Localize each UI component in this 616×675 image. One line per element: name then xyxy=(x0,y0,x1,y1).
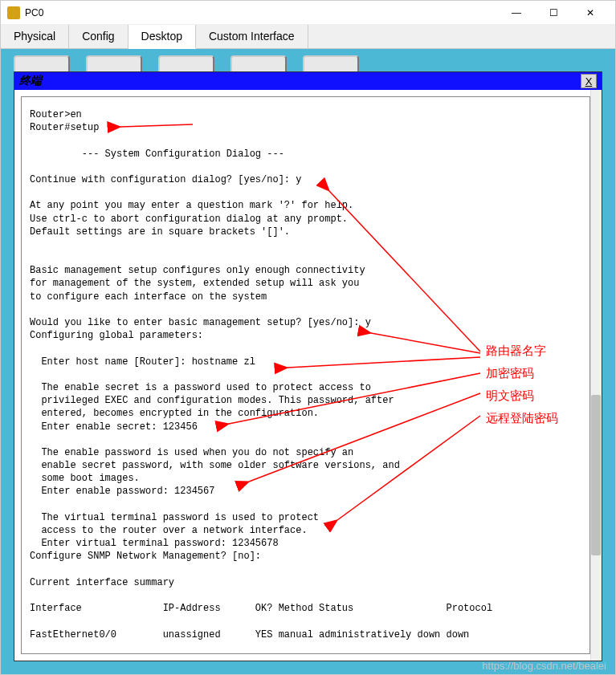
desktop-app-icon[interactable] xyxy=(230,55,287,71)
tab-config[interactable]: Config xyxy=(69,25,128,48)
scrollbar-track[interactable] xyxy=(590,90,602,661)
terminal-close-button[interactable]: X xyxy=(581,74,597,88)
minimize-button[interactable]: — xyxy=(498,1,535,25)
desktop-icons-row xyxy=(6,54,610,71)
scrollbar-thumb[interactable] xyxy=(591,395,601,555)
tab-custom-interface[interactable]: Custom Interface xyxy=(196,25,308,48)
terminal-body: Router>en Router#setup --- System Config… xyxy=(14,90,602,661)
desktop-app-icon[interactable] xyxy=(14,55,70,71)
desktop-app-icon[interactable] xyxy=(303,55,359,71)
close-button[interactable]: ✕ xyxy=(572,1,609,25)
window-title: PC0 xyxy=(25,7,498,18)
terminal-title: 终端 xyxy=(19,74,581,88)
watermark: https://blog.csdn.net/bealei xyxy=(482,660,606,672)
tab-desktop[interactable]: Desktop xyxy=(129,25,196,49)
titlebar: PC0 — ☐ ✕ xyxy=(1,1,615,25)
tab-bar: Physical Config Desktop Custom Interface xyxy=(1,25,615,49)
terminal-text[interactable]: Router>en Router#setup --- System Config… xyxy=(21,96,590,654)
tab-physical[interactable]: Physical xyxy=(1,25,69,48)
app-window: PC0 — ☐ ✕ Physical Config Desktop Custom… xyxy=(0,0,616,675)
window-controls: — ☐ ✕ xyxy=(498,1,609,25)
terminal-window: 终端 X Router>en Router#setup --- System C… xyxy=(14,71,602,661)
app-icon xyxy=(7,6,20,19)
maximize-button[interactable]: ☐ xyxy=(535,1,572,25)
desktop-app-icon[interactable] xyxy=(158,55,214,71)
terminal-titlebar: 终端 X xyxy=(14,72,602,90)
desktop-app-icon[interactable] xyxy=(86,55,142,71)
desktop-area: 终端 X Router>en Router#setup --- System C… xyxy=(1,49,615,674)
